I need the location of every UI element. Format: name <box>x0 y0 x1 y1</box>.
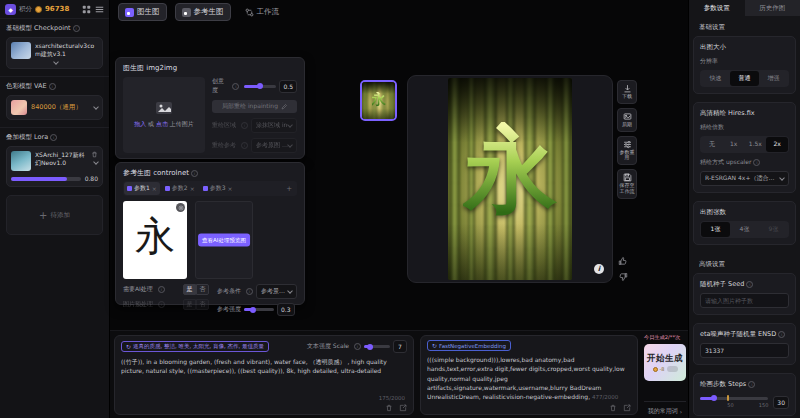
cfg-scale-slider[interactable] <box>364 345 390 348</box>
chevron-down-icon[interactable] <box>93 104 99 110</box>
no-button[interactable]: 否 <box>196 284 209 295</box>
upscale-multiplier-label: 精绘倍数 <box>700 123 789 132</box>
info-icon <box>232 83 239 90</box>
inpaint-region-select[interactable]: 涂抹区域 in <box>251 118 297 133</box>
negative-prompt-input[interactable]: (((simple background))),lowres,bad anato… <box>427 355 631 401</box>
export-icon[interactable] <box>399 404 407 412</box>
daily-quota: 今日生成2/**次 <box>644 334 686 341</box>
info-icon <box>746 281 753 288</box>
denoise-value[interactable]: 0.5 <box>279 80 297 93</box>
inpaint-button[interactable]: 局部重绘 inpainting <box>212 100 297 113</box>
add-lora-button[interactable]: + 待添加 <box>6 195 103 235</box>
reuse-params-button[interactable]: 参数重用 <box>617 136 637 166</box>
generate-cost: -8 <box>660 366 665 372</box>
my-phrases-link[interactable]: 我的常用词 › <box>644 401 686 416</box>
lora-weight-value: 0.80 <box>85 175 98 182</box>
denoise-slider[interactable] <box>244 85 276 88</box>
export-icon[interactable] <box>623 404 631 412</box>
download-icon <box>623 84 632 93</box>
thumb-down-icon[interactable] <box>618 272 628 282</box>
strength-slider[interactable] <box>244 308 274 311</box>
chevron-down-icon[interactable] <box>53 59 59 65</box>
resolution-enhanced[interactable]: 增强 <box>759 71 788 86</box>
result-thumbnail[interactable]: 永 <box>360 80 397 121</box>
ensd-label: eta噪声种子随机量 ENSD <box>700 330 776 339</box>
controlnet-tab-1[interactable]: 参数1× <box>124 182 160 195</box>
chevron-down-icon[interactable] <box>93 159 99 165</box>
postprocess-button[interactable]: 后期 <box>617 108 637 132</box>
inpaint-reference-select[interactable]: 参考原图 or <box>251 138 297 153</box>
trash-icon[interactable] <box>385 404 393 412</box>
menu-icon[interactable] <box>95 5 104 14</box>
info-icon <box>191 170 198 177</box>
download-button[interactable]: 下载 <box>617 80 637 104</box>
tab-history[interactable]: 历史作图 <box>745 0 800 16</box>
seed-input[interactable] <box>700 293 789 308</box>
grid-view-icon[interactable] <box>82 5 91 14</box>
ai-process-label: 需要AI处理 <box>123 285 153 294</box>
positive-char-counter: 175/2000 <box>379 395 405 401</box>
yes-button[interactable]: 是 <box>183 284 196 295</box>
controlnet-source-image[interactable]: 永 <box>123 201 187 279</box>
app-logo-icon[interactable]: ◆ <box>5 4 16 15</box>
picture-icon <box>155 101 173 115</box>
resolution-label: 分辨率 <box>700 57 789 66</box>
vae-section: 色彩模型 VAE 840000（通用） <box>0 77 109 128</box>
generate-button[interactable]: 开始生成 -8 <box>644 344 686 381</box>
gear-icon[interactable] <box>176 203 185 212</box>
image-info-button[interactable]: i <box>594 264 604 274</box>
count-1[interactable]: 1张 <box>701 222 730 237</box>
steps-slider[interactable] <box>700 397 768 400</box>
controlnet-preview-slot: 查看AI处理预览图 <box>195 201 253 279</box>
generated-image[interactable]: 永 <box>448 78 572 280</box>
lora-weight-slider[interactable] <box>11 177 81 181</box>
multiplier-none[interactable]: 无 <box>701 137 723 152</box>
multiplier-2x[interactable]: 2x <box>766 137 788 152</box>
multiplier-1x[interactable]: 1x <box>723 137 745 152</box>
batch-count-card: 出图张数 1张 4张 9张 <box>693 201 796 245</box>
refresh-icon <box>432 342 437 349</box>
count-4[interactable]: 4张 <box>730 222 759 237</box>
close-icon[interactable]: × <box>228 185 233 192</box>
thumb-up-icon[interactable] <box>618 256 628 266</box>
unit-icon <box>165 186 170 191</box>
no-button[interactable]: 否 <box>196 299 209 310</box>
vae-card[interactable]: 840000（通用） <box>6 95 103 120</box>
strength-value[interactable]: 0.3 <box>277 303 295 316</box>
hires-fix-card: 高清精绘 Hires.fix 精绘倍数 无 1x 1.5x 2x 精绘方式 up… <box>693 102 796 193</box>
trash-icon[interactable] <box>91 151 98 158</box>
positive-prompt-input[interactable]: ((竹子)), in a blooming garden, (fresh and… <box>121 357 407 397</box>
close-icon[interactable]: × <box>190 185 195 192</box>
yes-button[interactable]: 是 <box>183 299 196 310</box>
trash-icon[interactable] <box>609 404 617 412</box>
condition-select[interactable]: 参考景深 dept <box>256 284 297 299</box>
info-icon <box>241 142 248 149</box>
tab-reference[interactable]: 参考生图 <box>175 3 231 21</box>
img2img-title: 图生图 img2img <box>123 63 297 73</box>
cfg-scale-value[interactable]: 7 <box>393 340 407 353</box>
lora-name: XSArchi_127新科幻Neov1.0 <box>35 151 87 171</box>
lora-card[interactable]: XSArchi_127新科幻Neov1.0 0.80 <box>6 146 103 187</box>
checkpoint-card[interactable]: xsarchitecturalv3com建筑v3.1 <box>6 37 103 69</box>
checkpoint-thumbnail <box>11 42 31 59</box>
ai-preview-button[interactable]: 查看AI处理预览图 <box>198 234 250 247</box>
upload-dropzone[interactable]: 拖入 或 点击 上传图片 <box>123 77 205 153</box>
basic-settings-heading: 基础设置 <box>689 16 800 36</box>
tab-img2img[interactable]: 图生图 <box>118 3 167 21</box>
controlnet-tab-3[interactable]: 参数3× <box>200 182 236 195</box>
add-unit-button[interactable]: + <box>286 185 292 193</box>
close-icon[interactable]: × <box>152 185 157 192</box>
prompt-suggestion-chip[interactable]: 逼真的质感, 整洁, 唯美, 太阳光, 肖像, 杰作, 最佳质量 <box>121 341 269 352</box>
upscaler-select[interactable]: R-ESRGAN 4x+（适合多种风 <box>700 171 789 186</box>
tab-parameters[interactable]: 参数设置 <box>689 0 745 16</box>
negative-embedding-chip[interactable]: FastNegativeEmbedding <box>427 340 511 351</box>
pencil-icon <box>281 104 287 110</box>
resolution-normal[interactable]: 普通 <box>730 71 759 86</box>
multiplier-1-5x[interactable]: 1.5x <box>745 137 767 152</box>
tab-workflow[interactable]: 工作流 <box>239 4 286 20</box>
save-to-workflow-button[interactable]: 保存至工作流 <box>617 169 637 199</box>
controlnet-tab-2[interactable]: 参数2× <box>162 182 198 195</box>
steps-value[interactable]: 30 <box>773 396 789 409</box>
ensd-input[interactable] <box>700 343 789 358</box>
resolution-fast[interactable]: 快速 <box>701 71 730 86</box>
